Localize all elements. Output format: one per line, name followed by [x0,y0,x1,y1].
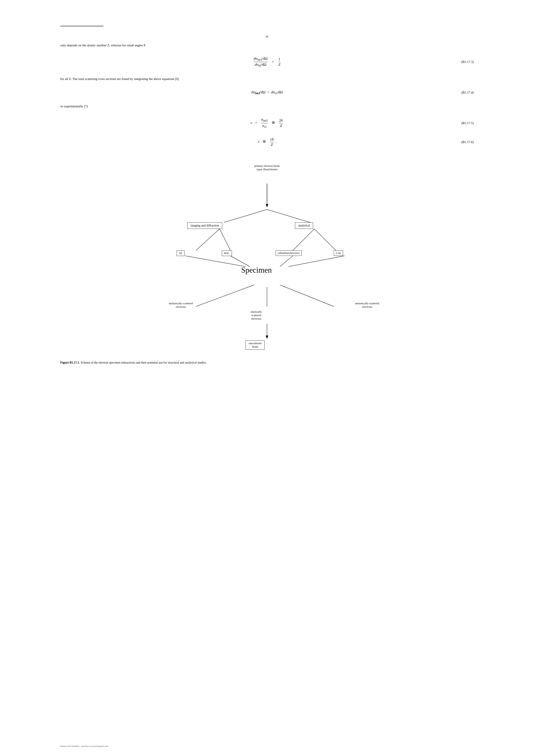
page: -6- only depends on the atomic number Z,… [0,0,534,756]
svg-line-7 [314,229,336,251]
svg-line-4 [196,229,220,251]
svg-line-9 [230,256,250,267]
inelastic-left-label: inelastically scattered electrons [159,302,202,309]
analytical-box: analytical [295,222,313,229]
se-box: SE [177,251,185,256]
figure-container: primary electron beam (spot /flood beam)… [116,160,418,354]
svg-marker-16 [266,336,268,339]
figure-area: primary electron beam (spot /flood beam)… [60,160,474,354]
paragraph-1: only depends on the atomic number Z, whe… [60,43,474,48]
svg-line-2 [224,209,267,222]
primary-beam-label: primary electron beam (spot /flood beam) [237,164,297,171]
eq-b1175-content: ν = σincl σcl ≅ 26 Z [250,118,284,129]
imaging-diffraction-box: imaging and diffraction [187,222,222,229]
diagram-svg [116,160,418,354]
footer-text: Printed with FinePrint - purchase at www… [60,745,108,747]
eq-b1175-frac2: 26 Z [279,118,283,128]
page-number: -6- [60,35,474,39]
specimen-label: Specimen [241,265,272,275]
eq-fraction-right: 1 Z [278,57,280,67]
svg-marker-1 [266,204,268,207]
eq-b1176-content: ν ≅ 18 Z . [258,137,276,147]
svg-line-12 [196,285,254,307]
svg-line-10 [280,256,293,267]
paragraph-2: for all Z. The total scattering cross se… [60,76,474,81]
svg-line-6 [293,229,314,251]
eq-fraction-left: dσincl/dΩ dσel/dΩ [254,56,267,68]
eq-b1174-content: dσincl/dΩ > dσcl/dΩ [251,90,283,95]
equation-b1176: ν ≅ 18 Z . (B1.17.6) [60,137,474,147]
svg-line-8 [185,256,245,267]
eq-b1175-frac1: σincl σcl [261,118,267,129]
figure-caption-text: Schema of the electron specimen interact… [81,361,207,364]
unscattered-box: unscattered beam [245,340,265,350]
divider-line [60,26,103,26]
inelastic-right-label: inelastically scattered electrons [344,302,390,309]
bsc-box: BSC [222,251,232,256]
elastic-label: elastically scattered electrons [239,310,273,320]
svg-line-13 [280,285,334,307]
svg-line-3 [267,209,310,222]
svg-line-11 [289,256,344,267]
eq-b1175-number: (B1.17.5) [461,121,474,125]
equation-b1173: dσincl/dΩ dσel/dΩ = 1 Z (B1.17.3) [60,56,474,68]
figure-caption: Figure B1.17.1. Schema of the electron s… [60,360,474,365]
xray-box: x-ray [334,251,343,256]
paragraph-3: or experimentally [7] [60,104,474,109]
eq-b1173-number: (B1.17.3) [461,60,474,64]
equation-b1175: ν = σincl σcl ≅ 26 Z (B1.17.5) [60,118,474,129]
eq-b1176-frac: 18 Z [270,137,274,147]
figure-caption-label: Figure B1.17.1. [60,361,80,364]
svg-line-5 [220,229,230,251]
eq-b1176-number: (B1.17.6) [461,140,474,144]
eq-b1174-number: (B1.17.4) [461,91,474,94]
cathode-box: cathodoluminescence [276,251,302,256]
eq-b1173-content: dσincl/dΩ dσel/dΩ = 1 Z [253,56,281,68]
equation-b1174: dσincl/dΩ > dσcl/dΩ (B1.17.4) [60,90,474,95]
